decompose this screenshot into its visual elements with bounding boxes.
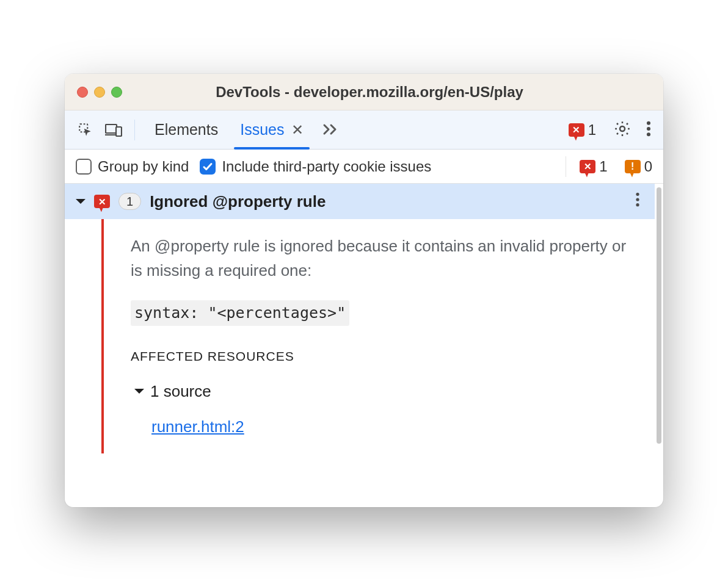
filter-warning-badge[interactable]: ! 0 — [625, 158, 652, 175]
checkbox-checked-icon[interactable] — [200, 159, 216, 175]
disclosure-triangle-icon[interactable] — [134, 389, 144, 399]
error-icon: ✕ — [569, 123, 584, 137]
issues-content: ✕ 1 Ignored @property rule An @property … — [65, 184, 663, 507]
settings-icon[interactable] — [610, 116, 635, 144]
tab-issues[interactable]: Issues ✕ — [229, 110, 315, 150]
tab-elements[interactable]: Elements — [144, 110, 229, 150]
filter-label: Include third-party cookie issues — [222, 158, 431, 175]
more-tabs-icon[interactable] — [319, 118, 344, 142]
svg-point-6 — [647, 126, 650, 130]
svg-point-8 — [636, 192, 639, 195]
device-toolbar-icon[interactable] — [101, 118, 126, 142]
disclosure-triangle-icon[interactable] — [76, 199, 86, 209]
panel-tabs: Elements Issues ✕ — [144, 110, 344, 150]
issue-code-snippet: syntax: "<percentages>" — [131, 300, 349, 327]
source-link[interactable]: runner.html:2 — [151, 414, 244, 439]
scrollbar[interactable] — [655, 184, 663, 507]
devtools-window: DevTools - developer.mozilla.org/en-US/p… — [65, 74, 663, 507]
window-titlebar: DevTools - developer.mozilla.org/en-US/p… — [65, 74, 663, 110]
error-icon: ✕ — [580, 160, 595, 173]
error-count: 1 — [588, 121, 596, 139]
group-by-kind-toggle[interactable]: Group by kind — [76, 158, 189, 175]
affected-resources-label: AFFECTED RESOURCES — [131, 347, 633, 367]
svg-rect-1 — [106, 125, 117, 133]
minimize-window-button[interactable] — [94, 87, 105, 98]
include-third-party-toggle[interactable]: Include third-party cookie issues — [200, 158, 431, 175]
svg-rect-3 — [116, 127, 122, 136]
issue-count: 1 — [126, 195, 133, 209]
issue-count-pill: 1 — [118, 193, 141, 210]
svg-point-5 — [647, 121, 650, 125]
filter-label: Group by kind — [98, 158, 189, 175]
tab-label: Issues — [240, 121, 284, 139]
checkbox-unchecked-icon[interactable] — [76, 159, 92, 175]
issue-title: Ignored @property rule — [150, 192, 326, 211]
toolbar-divider — [134, 120, 135, 140]
error-icon: ✕ — [94, 195, 110, 208]
tab-label: Elements — [155, 121, 218, 139]
affected-sources-toggle[interactable]: 1 source — [134, 379, 633, 403]
issue-options-icon[interactable] — [632, 188, 644, 215]
devtools-toolbar: Elements Issues ✕ ✕ 1 — [65, 110, 663, 150]
scrollbar-thumb[interactable] — [657, 187, 661, 444]
more-options-icon[interactable] — [642, 117, 655, 143]
filter-warning-count: 0 — [644, 158, 652, 175]
window-title: DevTools - developer.mozilla.org/en-US/p… — [137, 84, 602, 101]
svg-point-7 — [647, 132, 650, 136]
issue-body: An @property rule is ignored because it … — [65, 219, 655, 453]
svg-point-4 — [620, 126, 625, 131]
filter-error-badge[interactable]: ✕ 1 — [580, 158, 607, 175]
source-count: 1 source — [150, 379, 211, 403]
issues-filter-bar: Group by kind Include third-party cookie… — [65, 150, 663, 184]
filter-divider — [566, 156, 566, 177]
close-window-button[interactable] — [77, 87, 88, 98]
issue-header[interactable]: ✕ 1 Ignored @property rule — [65, 184, 655, 219]
close-tab-icon[interactable]: ✕ — [291, 121, 304, 139]
toolbar-error-badge[interactable]: ✕ 1 — [569, 121, 596, 139]
issue-description: An @property rule is ignored because it … — [131, 234, 633, 283]
warning-icon: ! — [625, 160, 641, 173]
window-controls — [77, 87, 122, 98]
inspect-element-icon[interactable] — [73, 118, 98, 142]
filter-error-count: 1 — [599, 158, 607, 175]
maximize-window-button[interactable] — [111, 87, 122, 98]
svg-point-10 — [636, 203, 639, 206]
svg-point-9 — [636, 198, 639, 201]
